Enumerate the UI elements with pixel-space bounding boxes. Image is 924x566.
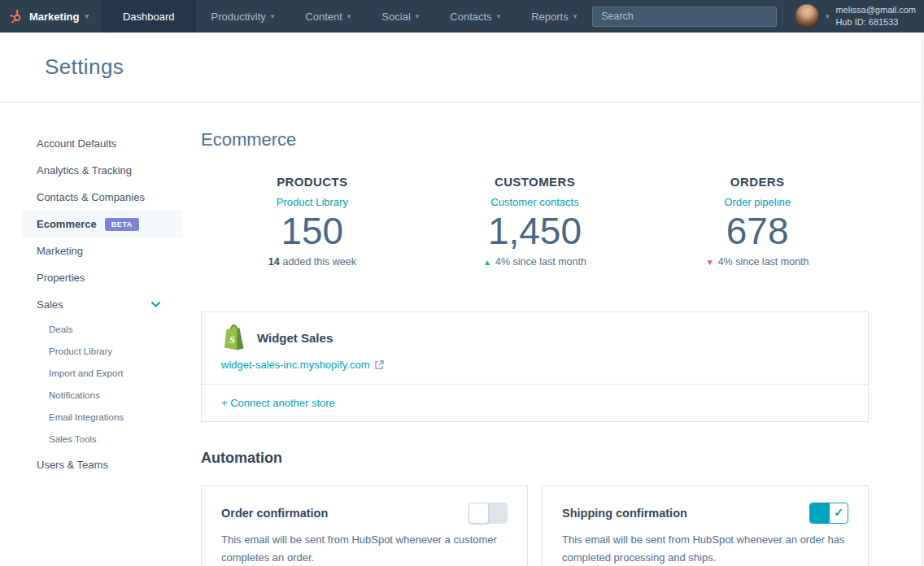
connect-another-store-link[interactable]: + Connect another store [202,384,868,421]
beta-badge: BETA [105,218,139,231]
page-title: Settings [45,54,124,80]
trend-down-icon: ▼ [706,258,714,267]
stat-value: 150 [201,209,424,254]
sidebar-subitem-product-library[interactable]: Product Library [0,340,201,362]
card-description: This email will be sent from HubSpot whe… [562,531,848,566]
stat-note-text: 4% since last month [718,256,809,268]
stat-label: PRODUCTS [201,175,424,189]
nav-item-label: Contacts [450,11,491,23]
shipping-confirmation-toggle[interactable]: ✓ [809,503,848,524]
stat-value: 1,450 [424,209,647,254]
nav-item-content[interactable]: Content ▾ [290,0,366,33]
caret-down-icon: ▾ [347,13,351,20]
stat-note: 14added this week [201,256,424,268]
sidebar-item-contacts-companies[interactable]: Contacts & Companies [0,184,201,211]
sidebar-subitem-notifications[interactable]: Notifications [0,384,201,406]
sidebar-subitem-email-integrations[interactable]: Email Integrations [0,406,201,428]
stat-link-customer-contacts[interactable]: Customer contacts [424,196,647,208]
stat-products: PRODUCTS Product Library 150 14added thi… [201,175,424,268]
stat-note: ▲4% since last month [424,256,647,268]
account-email: melissa@gmail.com [835,4,916,16]
check-icon: ✓ [834,506,843,519]
search-input[interactable] [592,7,777,27]
stat-note: ▼4% since last month [646,256,869,268]
stat-note-text: 4% since last month [495,256,586,268]
ecommerce-stats: PRODUCTS Product Library 150 14added thi… [201,175,869,268]
settings-sidebar: Account Defaults Analytics & Tracking Co… [0,102,201,478]
sidebar-subitem-label: Email Integrations [49,412,124,422]
caret-down-icon: ▾ [826,13,830,20]
chevron-down-icon [151,302,160,307]
shopify-bag-icon: S [221,324,246,351]
brand-label: Marketing [29,11,79,23]
caret-down-icon: ▾ [85,13,89,20]
nav-item-reports[interactable]: Reports ▾ [516,0,592,33]
nav-item-social[interactable]: Social ▾ [366,0,434,33]
order-confirmation-card: Order confirmation ✓ This email will be … [201,485,528,566]
sidebar-item-label: Users & Teams [37,459,108,471]
hubspot-sprocket-icon [10,9,24,24]
sidebar-subitem-label: Deals [49,324,72,334]
caret-down-icon: ▾ [416,13,420,20]
sidebar-item-users-teams[interactable]: Users & Teams [0,451,201,478]
caret-down-icon: ▾ [271,13,275,20]
caret-down-icon: ▾ [573,13,578,20]
stat-link-order-pipeline[interactable]: Order pipeline [646,196,869,208]
store-name: Widget Sales [257,331,333,345]
store-details: S Widget Sales widget-sales-inc.myshopif… [202,312,868,384]
account-info: melissa@gmail.com Hub ID: 681533 [835,4,916,29]
nav-item-productivity[interactable]: Productivity ▾ [196,0,290,33]
sidebar-item-account-defaults[interactable]: Account Defaults [0,130,201,157]
caret-down-icon: ▾ [497,13,501,20]
avatar[interactable] [795,4,819,28]
external-link-icon [375,360,384,369]
nav-item-label: Productivity [211,11,266,23]
sidebar-item-label: Marketing [37,245,83,257]
sidebar-subitem-label: Notifications [49,390,100,400]
section-title-ecommerce: Ecommerce [201,129,869,150]
stat-customers: CUSTOMERS Customer contacts 1,450 ▲4% si… [424,175,647,268]
sidebar-subitem-label: Product Library [49,346,112,356]
toggle-knob [810,503,830,523]
shipping-confirmation-card: Shipping confirmation ✓ This email will … [542,485,869,566]
sidebar-subitem-label: Import and Export [49,368,123,378]
sidebar-subitem-label: Sales Tools [49,434,97,444]
sidebar-subitem-sales-tools[interactable]: Sales Tools [0,428,201,450]
stat-note-text: added this week [283,256,356,268]
automation-cards: Order confirmation ✓ This email will be … [201,485,869,566]
main-content: Ecommerce PRODUCTS Product Library 150 1… [201,102,924,566]
stat-note-number: 14 [268,256,280,268]
sidebar-item-analytics-tracking[interactable]: Analytics & Tracking [0,157,201,184]
section-title-automation: Automation [201,450,869,467]
sidebar-item-label: Contacts & Companies [37,191,145,203]
trend-up-icon: ▲ [483,258,491,267]
sidebar-item-ecommerce[interactable]: Ecommerce BETA [22,211,183,237]
stat-label: ORDERS [646,175,869,189]
toggle-knob [469,503,489,524]
nav-item-contacts[interactable]: Contacts ▾ [434,0,516,33]
sidebar-item-marketing[interactable]: Marketing [0,237,201,264]
stat-label: CUSTOMERS [424,175,647,189]
page-header: Settings [0,33,924,102]
account-menu[interactable]: ▾ melissa@gmail.com Hub ID: 681533 [795,4,924,29]
card-title: Order confirmation [221,507,328,520]
nav-item-label: Dashboard [123,11,175,23]
nav-brand-menu[interactable]: Marketing ▾ [0,0,102,33]
order-confirmation-toggle[interactable]: ✓ [469,503,508,524]
stat-orders: ORDERS Order pipeline 678 ▼4% since last… [646,175,869,268]
svg-text:S: S [229,333,235,346]
sidebar-item-properties[interactable]: Properties [0,264,201,291]
store-url-link[interactable]: widget-sales-inc.myshopify.com [221,359,384,371]
card-description: This email will be sent from HubSpot whe… [221,531,508,566]
sidebar-subitem-import-export[interactable]: Import and Export [0,362,201,384]
connected-store-card: S Widget Sales widget-sales-inc.myshopif… [201,311,869,422]
sidebar-item-label: Account Defaults [37,137,116,150]
sidebar-item-sales[interactable]: Sales [0,291,201,318]
account-hub-id: Hub ID: 681533 [835,16,916,28]
sidebar-item-label: Sales [37,298,63,311]
nav-item-dashboard[interactable]: Dashboard [102,0,196,33]
store-url-text: widget-sales-inc.myshopify.com [221,359,370,371]
sidebar-subitem-deals[interactable]: Deals [0,318,201,340]
sidebar-item-label: Analytics & Tracking [37,164,132,176]
stat-link-product-library[interactable]: Product Library [201,196,424,208]
